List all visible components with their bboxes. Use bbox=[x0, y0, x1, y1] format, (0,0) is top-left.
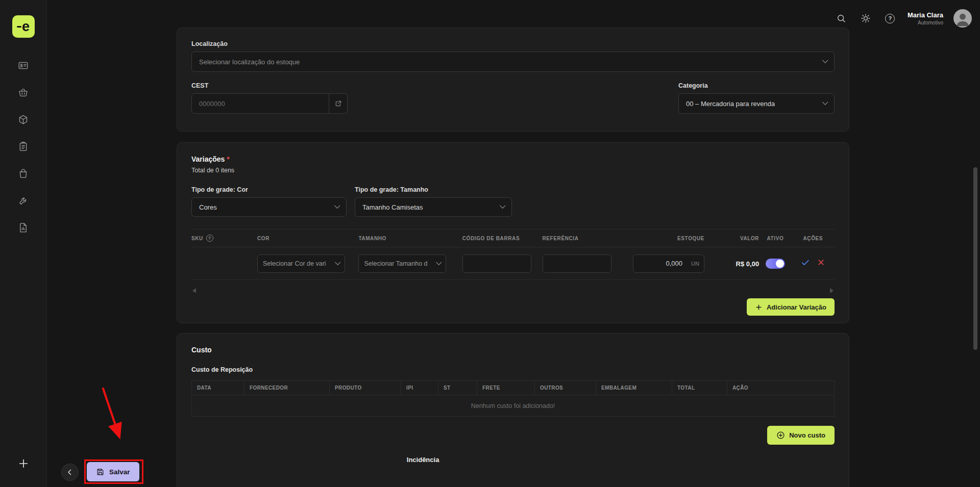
localizacao-placeholder: Selecionar localização do estoque bbox=[199, 58, 300, 66]
report-icon bbox=[18, 222, 29, 233]
confirm-icon[interactable] bbox=[801, 258, 810, 267]
clipboard-icon bbox=[18, 141, 29, 152]
new-cost-button[interactable]: Novo custo bbox=[767, 426, 835, 445]
sidebar-nav bbox=[13, 55, 34, 238]
sun-icon bbox=[861, 13, 871, 23]
col-ipi: IPI bbox=[401, 381, 438, 395]
col-data: DATA bbox=[192, 381, 244, 395]
person-icon bbox=[954, 10, 971, 28]
plus-icon bbox=[18, 458, 29, 469]
incidencia-title: Incidência bbox=[191, 456, 654, 464]
chevron-down-icon bbox=[436, 259, 442, 265]
col-st: ST bbox=[438, 381, 477, 395]
card-variacoes: Variações * Total de 0 itens Tipo de gra… bbox=[177, 142, 849, 323]
theme-toggle-button[interactable] bbox=[859, 11, 873, 25]
user-role: Automotivo bbox=[908, 20, 943, 25]
localizacao-select[interactable]: Selecionar localização do estoque bbox=[191, 52, 835, 72]
referencia-input[interactable] bbox=[543, 254, 611, 273]
ativo-toggle[interactable] bbox=[766, 259, 785, 269]
app-logo[interactable]: e bbox=[12, 15, 35, 38]
field-localizacao: Localização Selecionar localização do es… bbox=[191, 40, 835, 72]
variacoes-actions: Adicionar Variação bbox=[191, 298, 835, 316]
package-icon bbox=[18, 114, 29, 125]
variacoes-table: SKU ? COR TAMANHO CÓDIGO DE BARRAS REFER… bbox=[191, 229, 835, 280]
cor-variacao-select[interactable]: Selecionar Cor de vari bbox=[257, 254, 345, 273]
custo-reposicao-title: Custo de Reposição bbox=[191, 366, 835, 373]
tamanho-variacao-placeholder: Selecionar Tamanho d bbox=[364, 260, 427, 267]
add-variation-label: Adicionar Variação bbox=[767, 303, 826, 311]
col-codigo-barras: CÓDIGO DE BARRAS bbox=[462, 236, 543, 241]
grade-selects: Tipo de grade: Cor Cores Tipo de grade: … bbox=[191, 186, 835, 217]
new-cost-label: Novo custo bbox=[789, 431, 825, 439]
col-total: TOTAL bbox=[672, 381, 727, 395]
variacoes-title-text: Variações bbox=[191, 155, 225, 163]
cell-acoes bbox=[792, 258, 835, 269]
scroll-right-icon[interactable] bbox=[830, 288, 834, 293]
chevron-down-icon bbox=[822, 58, 828, 63]
cell-estoque: UN bbox=[623, 254, 704, 273]
estoque-unit: UN bbox=[687, 261, 704, 267]
sku-help-icon[interactable]: ? bbox=[206, 235, 213, 242]
sidebar-item-reports[interactable] bbox=[13, 217, 34, 238]
col-ativo: ATIVO bbox=[759, 236, 792, 241]
col-acoes: AÇÕES bbox=[792, 236, 835, 241]
col-sku: SKU ? bbox=[191, 235, 257, 242]
sidebar-item-products[interactable] bbox=[13, 109, 34, 130]
sidebar-item-dashboard[interactable] bbox=[13, 55, 34, 75]
sidebar-item-orders[interactable] bbox=[13, 136, 34, 157]
annotation-arrow bbox=[92, 386, 133, 452]
sidebar-add-button[interactable] bbox=[13, 453, 34, 474]
help-button[interactable]: ? bbox=[883, 11, 897, 25]
col-produto: PRODUTO bbox=[330, 381, 401, 395]
custo-title: Custo bbox=[191, 346, 835, 354]
logo-dash bbox=[17, 26, 21, 28]
sidebar-item-tools[interactable] bbox=[13, 190, 34, 211]
search-button[interactable] bbox=[834, 11, 848, 25]
custo-table-header: DATA FORNECEDOR PRODUTO IPI ST FRETE OUT… bbox=[192, 381, 834, 395]
grade-tamanho-select[interactable]: Tamanho Camisetas bbox=[355, 197, 512, 217]
col-estoque: ESTOQUE bbox=[623, 236, 704, 241]
categoria-select[interactable]: 00 – Mercadoria para revenda bbox=[678, 93, 835, 114]
id-card-icon bbox=[18, 60, 29, 71]
cest-input[interactable] bbox=[191, 93, 329, 114]
save-button-label: Salvar bbox=[109, 468, 130, 476]
sidebar-item-purchases[interactable] bbox=[13, 163, 34, 184]
delete-icon[interactable] bbox=[817, 259, 825, 266]
external-link-icon bbox=[334, 99, 342, 108]
grade-cor-value: Cores bbox=[199, 203, 217, 211]
scroll-left-icon[interactable] bbox=[192, 288, 196, 293]
cell-tamanho: Selecionar Tamanho d bbox=[358, 254, 462, 273]
cest-group bbox=[191, 93, 348, 114]
col-sku-label: SKU bbox=[191, 236, 203, 241]
grade-tamanho-label: Tipo de grade: Tamanho bbox=[355, 186, 512, 193]
cell-cor: Selecionar Cor de vari bbox=[257, 254, 358, 273]
field-cest: CEST bbox=[191, 82, 348, 114]
vertical-scrollbar-thumb[interactable] bbox=[973, 167, 977, 350]
basket-icon bbox=[18, 87, 29, 98]
chevron-down-icon bbox=[334, 203, 340, 209]
grade-cor-select[interactable]: Cores bbox=[191, 197, 347, 217]
user-info[interactable]: Maria Clara Automotivo bbox=[908, 11, 943, 25]
toggle-knob bbox=[776, 260, 784, 268]
custo-empty-message: Nenhum custo foi adicionado! bbox=[192, 395, 834, 416]
topbar: ? Maria Clara Automotivo bbox=[834, 9, 972, 28]
cest-lookup-button[interactable] bbox=[329, 93, 348, 114]
add-variation-button[interactable]: Adicionar Variação bbox=[747, 298, 835, 316]
cell-ativo bbox=[759, 259, 792, 269]
col-cor: COR bbox=[257, 236, 358, 241]
cor-variacao-placeholder: Selecionar Cor de vari bbox=[263, 260, 326, 267]
cell-codigo-barras bbox=[462, 254, 543, 273]
categoria-value: 00 – Mercadoria para revenda bbox=[686, 100, 775, 108]
tamanho-variacao-select[interactable]: Selecionar Tamanho d bbox=[358, 254, 446, 273]
codigo-barras-input[interactable] bbox=[462, 254, 531, 273]
avatar[interactable] bbox=[953, 9, 972, 28]
col-outros: OUTROS bbox=[535, 381, 596, 395]
estoque-input[interactable] bbox=[633, 260, 687, 267]
back-button[interactable] bbox=[61, 464, 79, 481]
col-fornecedor: FORNECEDOR bbox=[244, 381, 330, 395]
chevron-down-icon bbox=[822, 99, 828, 105]
sidebar-item-sales[interactable] bbox=[13, 82, 34, 102]
save-button[interactable]: Salvar bbox=[87, 462, 139, 481]
col-acao: AÇÃO bbox=[727, 381, 834, 395]
variacoes-table-header: SKU ? COR TAMANHO CÓDIGO DE BARRAS REFER… bbox=[191, 229, 835, 247]
